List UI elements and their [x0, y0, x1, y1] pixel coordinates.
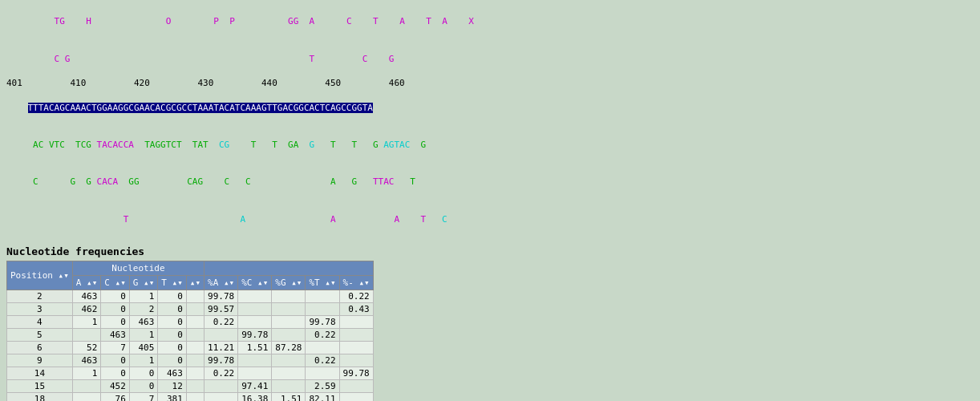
table-cell: 1 — [129, 329, 158, 342]
table-cell: 0.22 — [339, 290, 373, 303]
table-cell: 3 — [7, 303, 73, 316]
table-cell: 97.41 — [238, 380, 272, 393]
table-cell: 0.22 — [205, 316, 238, 329]
table-cell: 1.51 — [238, 342, 272, 354]
table-cell — [272, 354, 306, 367]
table-cell: 1 — [129, 354, 158, 367]
table-cell: 405 — [129, 342, 158, 354]
table-cell — [339, 316, 373, 329]
table-cell — [272, 329, 306, 342]
col-header-position[interactable]: Position ▴▾ — [7, 261, 73, 290]
table-cell — [205, 380, 238, 393]
table-row: 41046300.2299.78 — [7, 316, 374, 329]
table-cell: 462 — [72, 303, 101, 316]
table-cell: 0.22 — [306, 354, 339, 367]
col-header-pG[interactable]: %G ▴▾ — [272, 276, 306, 290]
table-cell — [186, 367, 204, 380]
table-cell: 1.51 — [272, 393, 306, 401]
table-cell: 0 — [129, 380, 158, 393]
table-cell: 0 — [158, 290, 187, 303]
table-cell — [272, 367, 306, 380]
table-row: 1545201297.412.59 — [7, 380, 374, 393]
table-cell: 1 — [129, 290, 158, 303]
table-cell: 18 — [7, 393, 73, 401]
table-cell: 99.57 — [205, 303, 238, 316]
table-cell — [186, 342, 204, 354]
table-cell: 6 — [7, 342, 73, 354]
table-cell: 0.43 — [339, 303, 373, 316]
table-cell: 381 — [158, 393, 187, 401]
table-cell — [205, 329, 238, 342]
table-cell — [272, 303, 306, 316]
table-cell: 7 — [129, 393, 158, 401]
table-cell: 0 — [129, 367, 158, 380]
table-cell: 15 — [7, 380, 73, 393]
highlighted-sequence: TTTACAGCAAACTGGAAGGCGAACACGCGCCTAAATACAT… — [6, 90, 974, 127]
col-header-pT[interactable]: %T ▴▾ — [306, 276, 339, 290]
table-cell — [205, 393, 238, 401]
table-cell — [306, 367, 339, 380]
table-cell — [72, 380, 101, 393]
col-group-nucleotide: Nucleotide — [72, 261, 204, 276]
table-cell: 14 — [7, 367, 73, 380]
table-cell: 52 — [72, 342, 101, 354]
table-cell: 11.21 — [205, 342, 238, 354]
col-header-T[interactable]: T ▴▾ — [158, 276, 187, 290]
table-cell: 0.22 — [205, 367, 238, 380]
table-row: 1876738116.381.5182.11 — [7, 393, 374, 401]
table-cell: 452 — [101, 380, 130, 393]
col-header-C[interactable]: C ▴▾ — [101, 276, 130, 290]
table-cell — [186, 303, 204, 316]
seq-row-3: T A A A T C — [6, 200, 974, 237]
table-cell: 0 — [158, 354, 187, 367]
table-cell: 463 — [72, 354, 101, 367]
table-cell — [238, 303, 272, 316]
sequence-ruler: 401 410 420 430 440 450 460 — [6, 77, 974, 89]
col-header-pC[interactable]: %C ▴▾ — [238, 276, 272, 290]
col-header-G[interactable]: G ▴▾ — [129, 276, 158, 290]
table-cell: 0 — [101, 290, 130, 303]
col-group-percent — [205, 261, 374, 276]
table-cell: 99.78 — [205, 290, 238, 303]
table-cell: 87.28 — [272, 342, 306, 354]
nucleotide-freq-table: Position ▴▾ Nucleotide A ▴▾ C ▴▾ G ▴▾ T … — [6, 261, 374, 401]
table-cell — [339, 342, 373, 354]
col-header-dash[interactable]: ▴▾ — [186, 276, 204, 290]
table-cell: 0 — [101, 367, 130, 380]
table-cell: 2 — [129, 303, 158, 316]
table-cell: 463 — [158, 367, 187, 380]
seq-row-2: C G G CACA GG CAG C C A G TTAC T — [6, 164, 974, 200]
col-header-A[interactable]: A ▴▾ — [72, 276, 101, 290]
table-cell — [186, 329, 204, 342]
top-seq-line-2: C G T C G — [6, 40, 974, 77]
table-cell — [186, 393, 204, 401]
table-cell — [238, 367, 272, 380]
table-cell: 82.11 — [306, 393, 339, 401]
table-cell — [339, 329, 373, 342]
table-cell: 463 — [129, 316, 158, 329]
table-cell: 0 — [101, 316, 130, 329]
col-header-pD[interactable]: %- ▴▾ — [339, 276, 373, 290]
table-cell — [306, 303, 339, 316]
table-cell: 76 — [101, 393, 130, 401]
table-cell — [272, 316, 306, 329]
table-cell — [238, 316, 272, 329]
table-cell — [238, 290, 272, 303]
table-cell — [72, 329, 101, 342]
table-cell: 0 — [158, 342, 187, 354]
table-row: 54631099.780.22 — [7, 329, 374, 342]
col-header-pA[interactable]: %A ▴▾ — [205, 276, 238, 290]
table-cell — [339, 380, 373, 393]
table-cell: 463 — [72, 290, 101, 303]
table-cell: 7 — [101, 342, 130, 354]
table-cell — [186, 290, 204, 303]
table-row: 6527405011.211.5187.28 — [7, 342, 374, 354]
table-cell: 9 — [7, 354, 73, 367]
table-row: 141004630.2299.78 — [7, 367, 374, 380]
table-cell: 16.38 — [238, 393, 272, 401]
table-cell — [238, 354, 272, 367]
table-cell — [186, 316, 204, 329]
table-row: 246301099.780.22 — [7, 290, 374, 303]
table-cell — [339, 393, 373, 401]
table-cell: 12 — [158, 380, 187, 393]
